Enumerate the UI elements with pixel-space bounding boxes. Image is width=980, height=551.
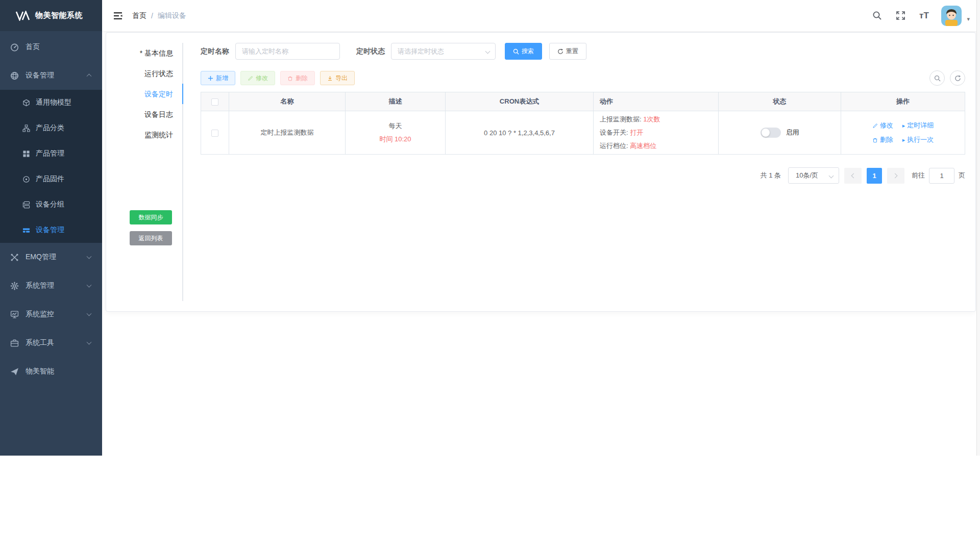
grid-icon: [22, 150, 30, 158]
tab-device-log[interactable]: 设备日志: [116, 104, 182, 124]
jump-page-input[interactable]: [929, 168, 954, 184]
row-delete-link[interactable]: 删除: [872, 135, 893, 144]
sidebar-menu: 首页 设备管理: [0, 31, 102, 386]
timer-status-select[interactable]: 请选择定时状态: [391, 43, 496, 60]
sidebar-item-product-category[interactable]: 产品分类: [0, 115, 102, 141]
back-to-list-button[interactable]: 返回列表: [130, 231, 172, 245]
trash-icon: [872, 137, 878, 143]
sidebar-item-product-firmware[interactable]: 产品固件: [0, 166, 102, 192]
table-row: 定时上报监测数据 每天 时间 10:20 0 20 10 ? * 1,2,3,4…: [201, 111, 965, 155]
sidebar-item-label: EMQ管理: [26, 253, 56, 262]
row-edit-link[interactable]: 修改: [872, 121, 893, 130]
row-checkbox[interactable]: [211, 130, 218, 137]
toggle-search-button[interactable]: [929, 70, 945, 86]
tab-monitor-stats[interactable]: 监测统计: [116, 124, 182, 145]
timer-table: 名称 描述 CRON表达式 动作 状态 操作: [201, 92, 965, 155]
chevron-down-icon: [87, 311, 92, 316]
sidebar-item-label: 系统监控: [26, 310, 54, 319]
next-page-button[interactable]: [887, 168, 904, 184]
status-toggle[interactable]: [761, 128, 781, 138]
chevron-down-icon: [87, 340, 92, 345]
font-size-icon[interactable]: тT: [915, 7, 933, 25]
timer-name-input[interactable]: [235, 43, 340, 60]
page-size-select[interactable]: 10条/页: [788, 167, 839, 184]
desc-frequency: 每天: [346, 121, 445, 131]
monitor-icon: [10, 310, 19, 319]
sidebar-item-device-management[interactable]: 设备管理: [0, 61, 102, 90]
cell-action: 上报监测数据: 1次数 设备开关: 打开 运行档位:: [594, 111, 719, 155]
select-all-checkbox[interactable]: [211, 98, 218, 106]
timer-status-select-placeholder: 请选择定时状态: [398, 47, 444, 56]
chevron-right-icon: [893, 173, 898, 178]
breadcrumb: 首页 / 编辑设备: [132, 11, 186, 20]
page-number-1[interactable]: 1: [867, 168, 882, 184]
sidebar-item-system-monitor[interactable]: 系统监控: [0, 300, 102, 329]
timer-name-label: 定时名称: [201, 47, 229, 56]
refresh-table-button[interactable]: [950, 70, 965, 86]
edit-button[interactable]: 修改: [240, 71, 275, 85]
sidebar-item-label: 产品管理: [36, 149, 64, 158]
sidebar-fold-icon[interactable]: [112, 10, 124, 21]
gear-icon: [10, 282, 19, 290]
top-navbar: 首页 / 编辑设备: [102, 0, 980, 31]
table-header-row: 名称 描述 CRON表达式 动作 状态 操作: [201, 92, 965, 111]
cube-icon: [22, 99, 30, 107]
col-cron: CRON表达式: [446, 92, 594, 111]
sidebar-item-home[interactable]: 首页: [0, 33, 102, 61]
search-icon: [934, 75, 941, 82]
sidebar-item-label: 通用物模型: [36, 98, 71, 107]
sidebar-item-label: 设备管理: [26, 71, 54, 80]
fullscreen-icon[interactable]: [891, 7, 910, 25]
col-operation: 操作: [841, 92, 965, 111]
sidebar-item-device-group[interactable]: 设备分组: [0, 192, 102, 217]
table-toolbar: 新增 修改: [201, 70, 965, 86]
group-icon: [22, 201, 30, 209]
chevron-down-icon: [829, 173, 834, 179]
sidebar-item-label: 产品分类: [36, 123, 64, 133]
logo[interactable]: 物美智能系统: [0, 0, 102, 31]
sidebar-item-product-management[interactable]: 产品管理: [0, 141, 102, 166]
search-icon: [513, 48, 519, 55]
row-timer-detail-link[interactable]: ▸ 定时详细: [902, 121, 934, 130]
cell-cron: 0 20 10 ? * 1,2,3,4,5,6,7: [446, 111, 594, 155]
page-jumper: 前往 页: [912, 168, 965, 184]
data-sync-button[interactable]: 数据同步: [130, 210, 172, 224]
breadcrumb-home-link[interactable]: 首页: [132, 11, 146, 20]
tab-basic-info[interactable]: * 基本信息: [116, 43, 182, 63]
pagination: 共 1 条 10条/页 1 前往 页: [201, 167, 965, 184]
prev-page-button[interactable]: [844, 168, 862, 184]
row-run-once-link[interactable]: ▸ 执行一次: [902, 135, 934, 144]
reset-button[interactable]: 重置: [549, 43, 586, 60]
tab-running-status[interactable]: 运行状态: [116, 63, 182, 84]
sidebar-item-thing-model[interactable]: 通用物模型: [0, 90, 102, 115]
tab-device-timer[interactable]: 设备定时: [116, 84, 182, 104]
table-tools-right: [929, 70, 965, 86]
breadcrumb-separator: /: [151, 12, 153, 20]
delete-button[interactable]: 删除: [280, 71, 315, 85]
add-button[interactable]: 新增: [201, 71, 235, 85]
sidebar-item-system-tools[interactable]: 系统工具: [0, 329, 102, 357]
jump-suffix: 页: [959, 171, 965, 180]
chevron-down-icon: [485, 49, 491, 54]
sidebar-item-device-list[interactable]: 设备管理: [0, 217, 102, 243]
device-list-icon: [22, 227, 30, 234]
dashboard-icon: [10, 43, 19, 52]
cell-description: 每天 时间 10:20: [346, 111, 446, 155]
status-text: 启用: [786, 128, 799, 137]
sidebar-item-wumei-smart[interactable]: 物美智能: [0, 357, 102, 386]
col-name: 名称: [229, 92, 346, 111]
app-screen: 物美智能系统 首页 设备管理: [0, 0, 980, 551]
chevron-down-icon: [87, 254, 92, 259]
sidebar-item-system-management[interactable]: 系统管理: [0, 271, 102, 300]
header-search-icon[interactable]: [868, 7, 886, 25]
main-content: * 基本信息 运行状态 设备定时 设备日志 监测统计 数据同步 返回列表 定时名…: [102, 31, 980, 456]
caret-down-icon[interactable]: ▾: [967, 16, 970, 22]
paper-plane-icon: [10, 367, 19, 376]
avatar[interactable]: [941, 6, 962, 26]
search-button[interactable]: 搜索: [505, 43, 542, 60]
export-button[interactable]: 导出: [320, 71, 355, 85]
sidebar-item-emq-management[interactable]: EMQ管理: [0, 243, 102, 271]
globe-icon: [10, 71, 19, 80]
timer-pane: 定时名称 定时状态 请选择定时状态: [183, 43, 965, 301]
browser-scrollbar[interactable]: [976, 0, 980, 456]
